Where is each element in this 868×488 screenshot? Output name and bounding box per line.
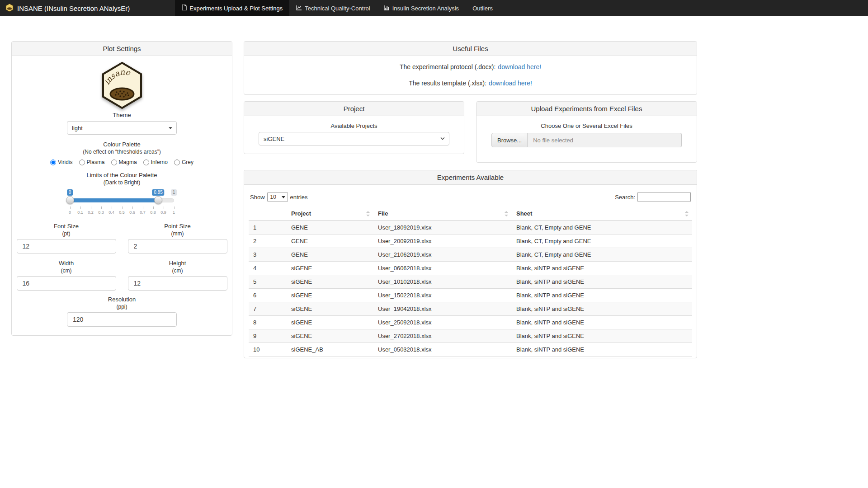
slider-tick: [101, 206, 102, 209]
slider-tick-label: 0: [69, 210, 71, 215]
caret-down-icon: [169, 127, 172, 129]
slider-tick-label: 0.2: [88, 210, 94, 215]
table-row[interactable]: 2GENEUser_20092019.xlsxBlank, CT, Empty …: [249, 235, 692, 248]
column-header-file[interactable]: File: [373, 206, 512, 221]
cell-file: User_20092019.xlsx: [373, 235, 512, 248]
bar-chart-icon: [384, 5, 390, 12]
table-row[interactable]: 1GENEUser_18092019.xlsxBlank, CT, Empty …: [249, 221, 692, 235]
table-row[interactable]: 8siGENEUser_25092018.xlsxBlank, siNTP an…: [249, 316, 692, 329]
width-unit: (cm): [17, 267, 116, 274]
experiments-panel: Experiments Available Show 10 entries Se…: [244, 170, 697, 358]
slider-tick: [70, 206, 71, 209]
cell-index: 2: [249, 235, 287, 248]
slider-tick: [91, 206, 91, 209]
page-length-select[interactable]: 10: [267, 192, 288, 202]
project-select[interactable]: siGENE: [259, 132, 449, 145]
tab-experiments-upload-plot-settings[interactable]: Experiments Upload & Plot Settings: [175, 0, 289, 16]
tab-outliers[interactable]: Outliers: [466, 0, 500, 16]
tab-label: Insulin Secretion Analysis: [392, 5, 459, 12]
cell-file: User_05032018.xlsx: [373, 343, 512, 357]
point-size-input[interactable]: [128, 239, 227, 253]
cell-file: User_21062019.xlsx: [373, 248, 512, 262]
honeypot-logo-icon: [5, 3, 14, 14]
cell-sheet: Blank, siNTP and siGENE: [512, 302, 692, 316]
resolution-input[interactable]: [67, 312, 177, 327]
radio-grey-input[interactable]: [174, 160, 180, 165]
table-row[interactable]: 7siGENEUser_19042018.xlsxBlank, siNTP an…: [249, 302, 692, 316]
width-input[interactable]: [17, 276, 116, 291]
cell-sheet: Blank, siNTP and siGENE: [512, 262, 692, 275]
column-label: Sheet: [516, 210, 532, 217]
slider-tick: [174, 206, 175, 209]
caret-down-icon: [282, 196, 285, 198]
brand-title: INSANE (INsulin Secretion ANalysEr): [17, 5, 130, 12]
table-length-control: Show 10 entries: [250, 192, 308, 202]
search-input[interactable]: [637, 192, 691, 202]
radio-plasma[interactable]: Plasma: [79, 159, 105, 165]
slider-tick-label: 0.5: [119, 210, 125, 215]
table-row[interactable]: 9siGENEUser_27022018.xlsxBlank, siNTP an…: [249, 329, 692, 343]
cell-sheet: Blank, siNTP and siGENE: [512, 343, 692, 357]
slider-tick: [122, 206, 123, 209]
radio-viridis[interactable]: Viridis: [50, 159, 72, 165]
column-header-sheet[interactable]: Sheet: [512, 206, 692, 221]
upload-panel: Upload Experiments from Excel Files Choo…: [476, 101, 697, 163]
radio-grey[interactable]: Grey: [174, 159, 193, 165]
tab-label: Outliers: [472, 5, 493, 12]
slider-tick-label: 0.3: [98, 210, 104, 215]
slider-tick: [80, 206, 81, 209]
cell-index: 7: [249, 302, 287, 316]
table-row[interactable]: 5siGENEUser_10102018.xlsxBlank, siNTP an…: [249, 275, 692, 289]
project-selected-value: siGENE: [264, 136, 284, 142]
cell-sheet: Blank, CT, Empty and GENE: [512, 235, 692, 248]
column-label: Project: [291, 210, 311, 217]
cell-index: 6: [249, 289, 287, 302]
cell-project: siGENE: [287, 275, 373, 289]
cell-project: GENE: [287, 235, 373, 248]
slider-handle-to[interactable]: [154, 196, 162, 204]
radio-plasma-input[interactable]: [79, 160, 85, 165]
useful-files-panel: Useful Files The experimental protocol (…: [244, 41, 697, 95]
slider-handle-from[interactable]: [66, 196, 74, 204]
theme-selected-value: light: [72, 125, 83, 131]
table-row[interactable]: 10siGENE_ABUser_05032018.xlsxBlank, siNT…: [249, 343, 692, 357]
tab-technical-quality-control[interactable]: Technical Quality-Control: [289, 0, 377, 16]
cell-file: User_25092018.xlsx: [373, 316, 512, 329]
radio-inferno-input[interactable]: [143, 160, 149, 165]
upload-label: Choose One or Several Excel Files: [481, 122, 692, 129]
protocol-download-link[interactable]: download here!: [498, 63, 541, 70]
cell-file: User_10102018.xlsx: [373, 275, 512, 289]
show-label: Show: [250, 194, 265, 201]
column-header-project[interactable]: Project: [287, 206, 373, 221]
slider-tick: [164, 206, 164, 209]
cell-sheet: Blank, siNTP and siGENE: [512, 275, 692, 289]
table-row[interactable]: 4siGENEUser_06062018.xlsxBlank, siNTP an…: [249, 262, 692, 275]
plot-settings-title: Plot Settings: [12, 42, 232, 56]
table-row[interactable]: 6siGENEUser_15022018.xlsxBlank, siNTP an…: [249, 289, 692, 302]
cell-file: User_06062018.xlsx: [373, 262, 512, 275]
slider-max-badge: 1: [171, 189, 177, 196]
browse-button[interactable]: Browse...: [491, 133, 528, 147]
cell-index: 10: [249, 343, 287, 357]
tab-insulin-secretion-analysis[interactable]: Insulin Secretion Analysis: [377, 0, 466, 16]
radio-magma-input[interactable]: [111, 160, 117, 165]
table-row[interactable]: 3GENEUser_21062019.xlsxBlank, CT, Empty …: [249, 248, 692, 262]
slider-range-bar[interactable]: [70, 198, 159, 202]
template-download-link[interactable]: download here!: [489, 80, 532, 87]
height-input[interactable]: [128, 276, 227, 291]
height-label: Height: [128, 260, 227, 267]
radio-viridis-input[interactable]: [50, 160, 56, 165]
cell-index: 1: [249, 221, 287, 235]
radio-magma[interactable]: Magma: [111, 159, 137, 165]
height-unit: (cm): [128, 267, 227, 274]
chevron-down-icon: [440, 136, 444, 140]
radio-inferno[interactable]: Inferno: [143, 159, 168, 165]
palette-radio-group: Viridis Plasma Magma Inferno Grey: [16, 159, 227, 165]
project-panel: Project Available Projects siGENE: [244, 101, 464, 154]
theme-select[interactable]: light: [67, 121, 177, 135]
font-size-input[interactable]: [17, 239, 116, 253]
app-brand[interactable]: INSANE (INsulin Secretion ANalysEr): [0, 0, 137, 16]
column-header-index[interactable]: [249, 206, 287, 221]
file-icon: [182, 5, 187, 12]
cell-index: 4: [249, 262, 287, 275]
